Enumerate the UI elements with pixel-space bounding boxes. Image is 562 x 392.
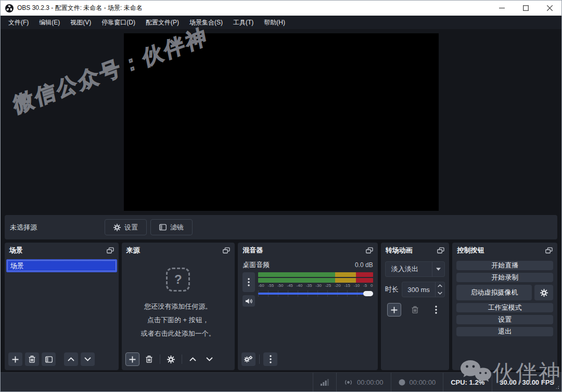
no-source-label: 未选择源	[10, 223, 37, 232]
record-timer: 00:00:00	[391, 373, 443, 391]
mixer-panel-title: 混音器	[242, 246, 263, 255]
source-move-up-button[interactable]	[186, 352, 200, 366]
scene-list: 场景	[5, 258, 119, 351]
virtual-camera-settings-button[interactable]	[534, 285, 553, 300]
menu-item-2[interactable]: 编辑(E)	[34, 16, 65, 29]
scenes-panel-title: 场景	[9, 246, 23, 255]
preview-area: 微信公众号：伙伴神	[1, 29, 561, 214]
db-scale-tick: -35	[306, 283, 312, 288]
popout-icon[interactable]	[545, 247, 553, 254]
db-scale-tick: -60	[258, 283, 264, 288]
add-source-button[interactable]	[125, 352, 139, 366]
menu-item-8[interactable]: 帮助(H)	[259, 16, 290, 29]
db-scale-tick: -45	[287, 283, 293, 288]
mute-button[interactable]	[242, 295, 255, 307]
menu-item-6[interactable]: 场景集合(S)	[185, 16, 227, 29]
controls-panel-title: 控制按钮	[457, 246, 484, 255]
advanced-audio-button[interactable]	[241, 352, 256, 366]
track-options-button[interactable]	[242, 272, 255, 292]
menu-bar: 文件(F)编辑(E)视图(V)停靠窗口(D)配置文件(P)场景集合(S)工具(T…	[1, 16, 561, 29]
add-transition-button[interactable]	[387, 303, 401, 317]
audio-track-name: 桌面音频	[242, 260, 270, 270]
scene-move-down-button[interactable]	[81, 352, 95, 366]
exit-button[interactable]: 退出	[456, 327, 553, 336]
duration-decrease-button[interactable]	[436, 289, 444, 297]
dots-vertical-icon	[435, 306, 437, 314]
popout-icon[interactable]	[366, 247, 373, 254]
start-recording-button[interactable]: 开始录制	[456, 273, 553, 282]
chevron-down-icon	[438, 292, 442, 295]
context-bar-wrap: 未选择源 设置 滤镜	[1, 214, 561, 241]
menu-item-3[interactable]: 视图(V)	[66, 16, 96, 29]
dock-panels: 场景 场景	[1, 241, 561, 370]
chevron-up-icon	[438, 284, 442, 287]
double-gear-icon	[244, 356, 253, 363]
broadcast-icon	[344, 379, 353, 386]
preview-canvas[interactable]	[124, 33, 439, 211]
popout-icon[interactable]	[107, 247, 114, 254]
record-icon	[399, 379, 405, 386]
sources-panel: 来源 ? 您还没有添加任何源。 点击下面的 + 按钮， 或者右击此处添加一个。	[122, 243, 235, 370]
controls-panel: 控制按钮 开始直播 开始录制 启动虚拟摄像机	[452, 243, 557, 370]
mixer-options-button[interactable]	[263, 352, 277, 366]
menu-item-5[interactable]: 配置文件(P)	[141, 16, 184, 29]
db-scale-tick: -5	[363, 283, 367, 288]
settings-button[interactable]: 设置	[456, 315, 553, 324]
duration-increase-button[interactable]	[436, 282, 444, 289]
transition-select[interactable]: 淡入淡出	[385, 261, 445, 277]
menu-item-7[interactable]: 工具(T)	[228, 16, 258, 29]
db-scale-tick: -40	[297, 283, 303, 288]
duration-spinner[interactable]: 300 ms	[402, 282, 445, 297]
speaker-icon	[245, 298, 253, 305]
source-list[interactable]: ? 您还没有添加任何源。 点击下面的 + 按钮， 或者右击此处添加一个。	[122, 258, 235, 351]
volume-meter-bar	[258, 278, 373, 283]
volume-slider[interactable]	[258, 290, 373, 297]
menu-item-4[interactable]: 停靠窗口(D)	[97, 16, 140, 29]
db-scale-tick: -50	[277, 283, 284, 288]
source-properties-toolbar-button[interactable]	[164, 352, 178, 366]
start-streaming-button[interactable]: 开始直播	[456, 261, 553, 270]
filter-icon	[45, 356, 53, 363]
studio-mode-button[interactable]: 工作室模式	[456, 303, 553, 312]
slider-handle[interactable]	[363, 291, 373, 296]
sources-panel-title: 来源	[126, 246, 140, 255]
sources-empty-line1: 您还没有添加任何源。	[144, 301, 212, 312]
fps-indicator: 30.00 / 30.00 FPS	[492, 373, 561, 391]
db-scale-tick: -25	[325, 283, 331, 288]
maximize-button[interactable]	[514, 1, 538, 16]
source-move-down-button[interactable]	[202, 352, 216, 366]
chevron-down-icon	[206, 357, 213, 361]
source-properties-button[interactable]: 设置	[105, 219, 147, 235]
db-scale-tick: -20	[335, 283, 341, 288]
close-button[interactable]	[538, 1, 561, 16]
remove-transition-button[interactable]	[408, 303, 422, 317]
audio-mixer-panel: 混音器 桌面音频 0.0 dB	[238, 243, 377, 370]
window-title: OBS 30.2.3 - 配置文件: 未命名 - 场景: 未命名	[17, 4, 143, 12]
filter-icon	[159, 224, 167, 231]
source-context-bar: 未选择源 设置 滤镜	[5, 215, 557, 239]
popout-icon[interactable]	[223, 247, 230, 254]
chevron-up-icon	[68, 357, 74, 361]
transition-properties-button[interactable]	[429, 303, 443, 317]
trash-icon	[146, 356, 152, 363]
chevron-down-icon	[84, 357, 91, 361]
stream-time-value: 00:00:00	[357, 378, 384, 386]
audio-track-db-value: 0.0 dB	[355, 261, 373, 269]
plus-icon	[12, 356, 19, 363]
scene-filters-button[interactable]	[42, 352, 56, 366]
remove-source-button[interactable]	[142, 352, 156, 366]
scenes-panel: 场景 场景	[5, 243, 119, 370]
question-mark-icon: ?	[166, 268, 190, 292]
add-scene-button[interactable]	[8, 352, 22, 366]
gear-icon	[113, 224, 121, 231]
start-virtual-camera-button[interactable]: 启动虚拟摄像机	[456, 285, 532, 300]
scene-move-up-button[interactable]	[64, 352, 78, 366]
menu-item-1[interactable]: 文件(F)	[4, 16, 33, 29]
minimize-button[interactable]	[490, 1, 514, 16]
gear-icon	[167, 356, 175, 363]
trash-icon	[412, 306, 418, 313]
popout-icon[interactable]	[437, 247, 444, 254]
remove-scene-button[interactable]	[25, 352, 39, 366]
scene-list-item[interactable]: 场景	[6, 259, 117, 272]
source-filters-button[interactable]: 滤镜	[150, 219, 193, 235]
